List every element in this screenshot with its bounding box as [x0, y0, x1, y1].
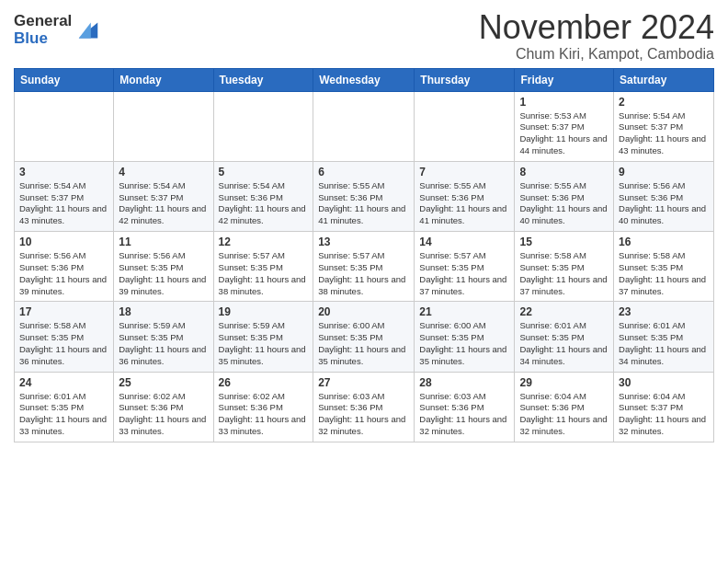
- calendar-cell: 16Sunrise: 5:58 AM Sunset: 5:35 PM Dayli…: [614, 232, 714, 302]
- calendar-cell: 2Sunrise: 5:54 AM Sunset: 5:37 PM Daylig…: [614, 91, 714, 161]
- day-info: Sunrise: 5:56 AM Sunset: 5:36 PM Dayligh…: [619, 180, 709, 227]
- day-info: Sunrise: 5:55 AM Sunset: 5:36 PM Dayligh…: [519, 180, 609, 227]
- day-number: 4: [119, 166, 208, 178]
- logo-text: General Blue: [14, 13, 101, 47]
- calendar-cell: 11Sunrise: 5:56 AM Sunset: 5:35 PM Dayli…: [114, 232, 213, 302]
- calendar-cell: 23Sunrise: 6:01 AM Sunset: 5:35 PM Dayli…: [614, 302, 714, 372]
- month-title: November 2024: [479, 9, 714, 46]
- day-number: 8: [519, 166, 609, 178]
- calendar-cell: 22Sunrise: 6:01 AM Sunset: 5:35 PM Dayli…: [515, 302, 614, 372]
- day-info: Sunrise: 6:01 AM Sunset: 5:35 PM Dayligh…: [519, 320, 609, 367]
- calendar-week-row: 17Sunrise: 5:58 AM Sunset: 5:35 PM Dayli…: [15, 302, 714, 372]
- day-info: Sunrise: 5:55 AM Sunset: 5:36 PM Dayligh…: [419, 180, 509, 227]
- title-area: November 2024 Chum Kiri, Kampot, Cambodi…: [479, 9, 714, 63]
- day-info: Sunrise: 5:59 AM Sunset: 5:35 PM Dayligh…: [119, 320, 208, 367]
- calendar-cell: 19Sunrise: 5:59 AM Sunset: 5:35 PM Dayli…: [213, 302, 313, 372]
- day-number: 2: [619, 96, 709, 109]
- day-number: 21: [419, 305, 509, 318]
- location-subtitle: Chum Kiri, Kampot, Cambodia: [479, 46, 714, 63]
- day-info: Sunrise: 5:54 AM Sunset: 5:36 PM Dayligh…: [219, 180, 309, 227]
- day-number: 13: [318, 236, 409, 248]
- day-info: Sunrise: 6:01 AM Sunset: 5:35 PM Dayligh…: [19, 391, 108, 438]
- day-number: 14: [419, 236, 509, 248]
- day-info: Sunrise: 5:57 AM Sunset: 5:35 PM Dayligh…: [318, 250, 409, 297]
- day-info: Sunrise: 5:54 AM Sunset: 5:37 PM Dayligh…: [19, 180, 108, 227]
- calendar-cell: [313, 91, 415, 161]
- calendar-day-header: Wednesday: [313, 68, 415, 91]
- calendar-week-row: 10Sunrise: 5:56 AM Sunset: 5:36 PM Dayli…: [15, 232, 714, 302]
- day-info: Sunrise: 5:58 AM Sunset: 5:35 PM Dayligh…: [19, 320, 108, 367]
- calendar-week-row: 3Sunrise: 5:54 AM Sunset: 5:37 PM Daylig…: [15, 161, 714, 231]
- day-number: 11: [119, 236, 208, 248]
- logo-icon: [75, 17, 101, 43]
- day-info: Sunrise: 6:02 AM Sunset: 5:36 PM Dayligh…: [119, 391, 208, 438]
- day-info: Sunrise: 6:03 AM Sunset: 5:36 PM Dayligh…: [318, 391, 409, 438]
- calendar-header-row: SundayMondayTuesdayWednesdayThursdayFrid…: [15, 68, 714, 91]
- day-number: 6: [318, 166, 409, 178]
- day-info: Sunrise: 5:57 AM Sunset: 5:35 PM Dayligh…: [219, 250, 309, 297]
- day-number: 19: [219, 305, 309, 318]
- calendar-cell: 10Sunrise: 5:56 AM Sunset: 5:36 PM Dayli…: [15, 232, 114, 302]
- day-number: 27: [318, 376, 409, 389]
- day-info: Sunrise: 5:57 AM Sunset: 5:35 PM Dayligh…: [419, 250, 509, 297]
- calendar-cell: 9Sunrise: 5:56 AM Sunset: 5:36 PM Daylig…: [614, 161, 714, 231]
- calendar-cell: 29Sunrise: 6:04 AM Sunset: 5:36 PM Dayli…: [515, 372, 614, 442]
- calendar-cell: 15Sunrise: 5:58 AM Sunset: 5:35 PM Dayli…: [515, 232, 614, 302]
- calendar-cell: [114, 91, 213, 161]
- calendar-cell: 25Sunrise: 6:02 AM Sunset: 5:36 PM Dayli…: [114, 372, 213, 442]
- day-number: 24: [19, 376, 108, 389]
- day-number: 7: [419, 166, 509, 178]
- calendar-week-row: 24Sunrise: 6:01 AM Sunset: 5:35 PM Dayli…: [15, 372, 714, 442]
- calendar-cell: 17Sunrise: 5:58 AM Sunset: 5:35 PM Dayli…: [15, 302, 114, 372]
- calendar-cell: 1Sunrise: 5:53 AM Sunset: 5:37 PM Daylig…: [515, 91, 614, 161]
- calendar-cell: 5Sunrise: 5:54 AM Sunset: 5:36 PM Daylig…: [213, 161, 313, 231]
- day-number: 17: [19, 305, 108, 318]
- calendar-cell: 14Sunrise: 5:57 AM Sunset: 5:35 PM Dayli…: [415, 232, 515, 302]
- day-info: Sunrise: 6:04 AM Sunset: 5:36 PM Dayligh…: [519, 391, 609, 438]
- calendar-cell: 28Sunrise: 6:03 AM Sunset: 5:36 PM Dayli…: [415, 372, 515, 442]
- day-number: 9: [619, 166, 709, 178]
- day-info: Sunrise: 5:54 AM Sunset: 5:37 PM Dayligh…: [119, 180, 208, 227]
- day-info: Sunrise: 5:54 AM Sunset: 5:37 PM Dayligh…: [619, 110, 709, 157]
- day-number: 5: [219, 166, 309, 178]
- calendar-cell: 7Sunrise: 5:55 AM Sunset: 5:36 PM Daylig…: [415, 161, 515, 231]
- day-info: Sunrise: 6:04 AM Sunset: 5:37 PM Dayligh…: [619, 391, 709, 438]
- day-info: Sunrise: 5:58 AM Sunset: 5:35 PM Dayligh…: [619, 250, 709, 297]
- page: General Blue November 2024 Chum Kiri, Ka…: [0, 0, 728, 563]
- calendar-cell: 4Sunrise: 5:54 AM Sunset: 5:37 PM Daylig…: [114, 161, 213, 231]
- calendar-day-header: Monday: [114, 68, 213, 91]
- day-number: 1: [519, 96, 609, 109]
- calendar-day-header: Sunday: [15, 68, 114, 91]
- calendar-cell: 21Sunrise: 6:00 AM Sunset: 5:35 PM Dayli…: [415, 302, 515, 372]
- day-number: 26: [219, 376, 309, 389]
- calendar-cell: [415, 91, 515, 161]
- calendar-cell: [15, 91, 114, 161]
- day-number: 23: [619, 305, 709, 318]
- day-number: 16: [619, 236, 709, 248]
- calendar-cell: 20Sunrise: 6:00 AM Sunset: 5:35 PM Dayli…: [313, 302, 415, 372]
- day-info: Sunrise: 6:02 AM Sunset: 5:36 PM Dayligh…: [219, 391, 309, 438]
- day-number: 15: [519, 236, 609, 248]
- calendar-day-header: Friday: [515, 68, 614, 91]
- day-number: 30: [619, 376, 709, 389]
- logo-area: General Blue: [14, 9, 101, 47]
- calendar-cell: 13Sunrise: 5:57 AM Sunset: 5:35 PM Dayli…: [313, 232, 415, 302]
- calendar-cell: 26Sunrise: 6:02 AM Sunset: 5:36 PM Dayli…: [213, 372, 313, 442]
- day-info: Sunrise: 5:53 AM Sunset: 5:37 PM Dayligh…: [519, 110, 609, 157]
- day-number: 22: [519, 305, 609, 318]
- calendar-day-header: Saturday: [614, 68, 714, 91]
- logo-line2: Blue: [14, 30, 72, 48]
- day-info: Sunrise: 5:59 AM Sunset: 5:35 PM Dayligh…: [219, 320, 309, 367]
- calendar-table: SundayMondayTuesdayWednesdayThursdayFrid…: [14, 68, 714, 442]
- day-number: 25: [119, 376, 208, 389]
- day-info: Sunrise: 5:58 AM Sunset: 5:35 PM Dayligh…: [519, 250, 609, 297]
- day-number: 29: [519, 376, 609, 389]
- header: General Blue November 2024 Chum Kiri, Ka…: [14, 9, 714, 63]
- day-info: Sunrise: 6:00 AM Sunset: 5:35 PM Dayligh…: [318, 320, 409, 367]
- svg-marker-1: [79, 22, 91, 38]
- calendar-week-row: 1Sunrise: 5:53 AM Sunset: 5:37 PM Daylig…: [15, 91, 714, 161]
- logo-line1: General: [14, 13, 72, 30]
- day-info: Sunrise: 5:56 AM Sunset: 5:36 PM Dayligh…: [19, 250, 108, 297]
- day-number: 10: [19, 236, 108, 248]
- day-number: 3: [19, 166, 108, 178]
